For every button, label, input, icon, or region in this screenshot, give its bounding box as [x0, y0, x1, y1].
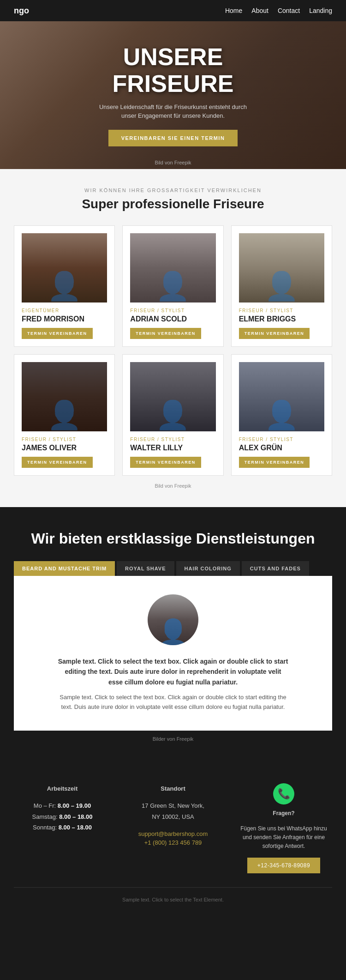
navbar: ngo Home About Contact Landing — [0, 0, 346, 21]
team-name-fred: FRED MORRISON — [22, 315, 107, 323]
team-name-walter: WALTER LILLY — [130, 444, 215, 452]
team-credit: Bild von Freepik — [14, 483, 332, 489]
team-photo-walter — [130, 362, 215, 431]
footer-arbeitszeit-title: Arbeitszeit — [14, 783, 111, 794]
service-avatar — [148, 594, 198, 645]
team-photo-adrian — [130, 233, 215, 302]
team-btn-fred[interactable]: TERMIN VEREINBAREN — [22, 328, 93, 339]
services-credit: Bilder von Freepik — [14, 736, 332, 742]
team-name-adrian: ADRIAN SCOLD — [130, 315, 215, 323]
footer-standort: Standort 17 Green St, New York,NY 10002,… — [125, 783, 221, 873]
hero-cta-button[interactable]: VEREINBAREN SIE EINEN TERMIN — [108, 130, 238, 146]
footer-standort-title: Standort — [125, 783, 221, 794]
services-title: Wir bieten erstklassige Dienstleistungen — [14, 530, 332, 547]
nav-landing[interactable]: Landing — [309, 7, 332, 14]
team-name-james: JAMES OLIVER — [22, 444, 107, 452]
tab-hair-coloring[interactable]: HAIR COLORING — [176, 561, 240, 576]
team-card-adrian: FRISEUR / STYLIST ADRIAN SCOLD TERMIN VE… — [122, 225, 223, 347]
team-photo-alex — [239, 362, 324, 431]
nav-home[interactable]: Home — [225, 7, 242, 14]
team-btn-alex[interactable]: TERMIN VEREINBAREN — [239, 457, 310, 468]
nav-links: Home About Contact Landing — [225, 7, 332, 14]
footer-address: 17 Green St, New York,NY 10002, USA — [125, 800, 221, 822]
services-section: Wir bieten erstklassige Dienstleistungen… — [0, 507, 346, 760]
whatsapp-icon: 📞 — [273, 783, 294, 805]
services-panel: Sample text. Click to select the text bo… — [14, 576, 332, 731]
team-card-alex: FRISEUR / STYLIST ALEX GRÜN TERMIN VEREI… — [231, 354, 332, 476]
footer-phone[interactable]: +1 (800) 123 456 789 — [125, 839, 221, 846]
team-photo-fred — [22, 233, 107, 302]
team-title: Super professionelle Friseure — [14, 197, 332, 212]
footer-email[interactable]: support@barbershop.com — [125, 830, 221, 837]
team-role-walter: FRISEUR / STYLIST — [130, 437, 215, 442]
tab-cuts-fades[interactable]: CUTS AND FADES — [242, 561, 309, 576]
team-btn-elmer[interactable]: TERMIN VEREINBAREN — [239, 328, 310, 339]
footer-bottom: Sample text. Click to select the Text El… — [14, 887, 332, 902]
service-text-normal: Sample text. Click to select the text bo… — [58, 693, 288, 712]
team-card-elmer: FRISEUR / STYLIST ELMER BRIGGS TERMIN VE… — [231, 225, 332, 347]
footer-fragen-title: Fragen? — [235, 809, 332, 818]
team-grid: EIGENTÜMER FRED MORRISON TERMIN VEREINBA… — [14, 225, 332, 476]
hero-title: UNSERE FRISEURE — [99, 44, 247, 97]
tab-royal-shave[interactable]: ROYAL SHAVE — [117, 561, 174, 576]
footer-arbeitszeit: Arbeitszeit Mo – Fr: 8.00 – 19.00 Samsta… — [14, 783, 111, 873]
team-card-fred: EIGENTÜMER FRED MORRISON TERMIN VEREINBA… — [14, 225, 115, 347]
hero-section: UNSERE FRISEURE Unsere Leidenschaft für … — [0, 21, 346, 169]
team-btn-james[interactable]: TERMIN VEREINBAREN — [22, 457, 93, 468]
team-photo-james — [22, 362, 107, 431]
footer: Arbeitszeit Mo – Fr: 8.00 – 19.00 Samsta… — [0, 760, 346, 916]
tab-beard-mustache[interactable]: BEARD AND MUSTACHE TRIM — [14, 561, 115, 576]
team-label: WIR KÖNNEN IHRE GROSSARTIGKEIT VERWIRKLI… — [14, 188, 332, 193]
team-card-walter: FRISEUR / STYLIST WALTER LILLY TERMIN VE… — [122, 354, 223, 476]
footer-hours-saturday: Samstag: 8.00 – 18.00 — [14, 811, 111, 822]
team-btn-adrian[interactable]: TERMIN VEREINBAREN — [130, 328, 201, 339]
nav-logo: ngo — [14, 6, 29, 16]
footer-hours-weekday: Mo – Fr: 8.00 – 19.00 — [14, 800, 111, 811]
team-role-elmer: FRISEUR / STYLIST — [239, 308, 324, 313]
footer-fragen: 📞 Fragen? Fügen Sie uns bei WhatsApp hin… — [235, 783, 332, 873]
team-role-adrian: FRISEUR / STYLIST — [130, 308, 215, 313]
service-text-bold: Sample text. Click to select the text bo… — [58, 656, 288, 687]
footer-whatsapp-button[interactable]: +12-345-678-89089 — [247, 858, 320, 873]
team-section: WIR KÖNNEN IHRE GROSSARTIGKEIT VERWIRKLI… — [0, 169, 346, 507]
nav-contact[interactable]: Contact — [278, 7, 300, 14]
team-role-alex: FRISEUR / STYLIST — [239, 437, 324, 442]
footer-fragen-text: Fügen Sie uns bei WhatsApp hinzu und sen… — [235, 824, 332, 851]
team-name-alex: ALEX GRÜN — [239, 444, 324, 452]
footer-grid: Arbeitszeit Mo – Fr: 8.00 – 19.00 Samsta… — [14, 783, 332, 873]
team-photo-elmer — [239, 233, 324, 302]
team-role-james: FRISEUR / STYLIST — [22, 437, 107, 442]
nav-about[interactable]: About — [251, 7, 268, 14]
footer-hours-sunday: Sonntag: 8.00 – 18.00 — [14, 822, 111, 833]
hero-subtitle: Unsere Leidenschaft für die Friseurkunst… — [99, 103, 247, 121]
team-card-james: FRISEUR / STYLIST JAMES OLIVER TERMIN VE… — [14, 354, 115, 476]
services-tabs: BEARD AND MUSTACHE TRIM ROYAL SHAVE HAIR… — [14, 561, 332, 576]
team-role-fred: EIGENTÜMER — [22, 308, 107, 313]
hero-credit: Bild von Freepik — [155, 160, 191, 165]
team-btn-walter[interactable]: TERMIN VEREINBAREN — [130, 457, 201, 468]
footer-bottom-text: Sample text. Click to select the Text El… — [122, 897, 224, 902]
hero-content: UNSERE FRISEURE Unsere Leidenschaft für … — [99, 44, 247, 146]
team-name-elmer: ELMER BRIGGS — [239, 315, 324, 323]
